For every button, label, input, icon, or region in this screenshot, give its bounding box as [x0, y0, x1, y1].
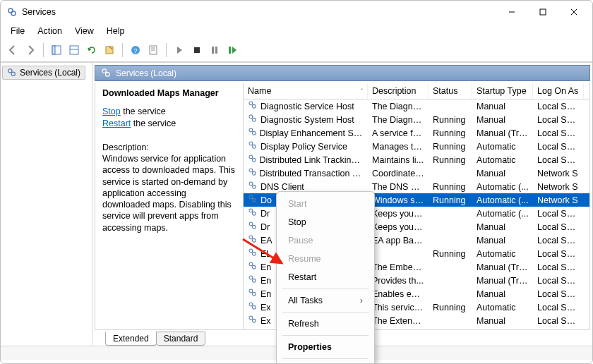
- ctx-stop[interactable]: Stop: [277, 213, 374, 231]
- minimize-button[interactable]: [496, 1, 527, 23]
- maximize-button[interactable]: [527, 1, 558, 23]
- restart-service-button[interactable]: [224, 42, 240, 58]
- cell-name: EL: [260, 249, 271, 259]
- svg-point-52: [249, 289, 253, 293]
- cell-logon: Local Syste: [533, 289, 584, 300]
- restart-link[interactable]: Restart: [102, 119, 131, 128]
- cell-name: Distributed Link Tracking Cli...: [259, 155, 364, 165]
- cell-name: Dr: [260, 222, 270, 232]
- table-row[interactable]: Diagnostic Service HostThe Diagno...Manu…: [244, 99, 589, 113]
- column-header-name[interactable]: Nameˆ: [244, 83, 368, 99]
- cell-status: [429, 226, 472, 228]
- svg-point-28: [249, 128, 253, 132]
- cell-startup: Manual (Trig...: [472, 128, 533, 139]
- cell-status: Running: [429, 141, 472, 152]
- column-header-logon[interactable]: Log On As: [533, 83, 584, 99]
- export-list-button[interactable]: [66, 42, 82, 58]
- stop-link[interactable]: Stop: [102, 107, 121, 116]
- window-title: Services: [22, 7, 56, 17]
- table-row[interactable]: Display Enhancement ServiceA service fo.…: [244, 126, 589, 140]
- export-button[interactable]: [102, 42, 117, 58]
- help-button[interactable]: ?: [128, 42, 143, 58]
- table-row[interactable]: Distributed Link Tracking Cli...Maintain…: [244, 153, 589, 166]
- start-service-button[interactable]: [172, 42, 187, 58]
- svg-point-47: [252, 252, 256, 255]
- cell-name: Dr: [260, 209, 270, 219]
- cell-logon: Local Servi: [533, 141, 584, 152]
- tab-extended[interactable]: Extended: [105, 332, 157, 346]
- show-hide-tree-button[interactable]: [49, 42, 64, 58]
- cell-status: Running: [429, 154, 472, 166]
- svg-point-25: [252, 104, 256, 108]
- cell-status: Running: [429, 248, 472, 260]
- svg-point-49: [252, 265, 256, 269]
- svg-point-23: [106, 73, 110, 77]
- properties-button[interactable]: [145, 42, 161, 58]
- svg-point-30: [249, 142, 253, 145]
- nav-pane: Services (Local): [1, 63, 92, 346]
- menu-help[interactable]: Help: [101, 25, 131, 37]
- ctx-refresh[interactable]: Refresh: [277, 315, 374, 333]
- ctx-restart[interactable]: Restart: [277, 268, 374, 286]
- back-button[interactable]: [5, 42, 20, 58]
- cell-logon: Local Syste: [533, 275, 584, 286]
- cell-logon: Network S: [533, 181, 584, 193]
- menu-action[interactable]: Action: [32, 25, 68, 37]
- cell-logon: Local Syste: [533, 262, 584, 273]
- nav-root[interactable]: Services (Local): [2, 66, 85, 80]
- gear-icon: [248, 234, 258, 246]
- svg-point-1: [11, 11, 16, 16]
- cell-startup: Manual: [472, 168, 533, 179]
- gear-icon: [248, 207, 258, 219]
- cell-status: Running: [429, 302, 472, 313]
- svg-rect-7: [52, 46, 55, 54]
- cell-status: [429, 106, 472, 107]
- cell-status: [429, 240, 472, 241]
- svg-point-55: [252, 305, 256, 309]
- stop-suffix: the service: [121, 107, 166, 116]
- cell-startup: Automatic: [472, 248, 533, 260]
- column-header-description[interactable]: Description: [368, 83, 429, 99]
- svg-point-50: [249, 276, 253, 279]
- cell-name: En: [260, 262, 271, 272]
- ctx-start: Start: [277, 195, 374, 213]
- gear-icon: [248, 114, 258, 126]
- restart-suffix: the service: [131, 119, 176, 128]
- refresh-button[interactable]: [84, 42, 100, 58]
- cell-logon: Local Syste: [533, 222, 584, 233]
- sort-indicator-icon: ˆ: [361, 87, 363, 95]
- svg-point-27: [252, 118, 256, 121]
- title-bar: Services: [1, 1, 592, 23]
- svg-point-36: [249, 182, 253, 186]
- cell-description: This service ...: [368, 302, 429, 313]
- menu-file[interactable]: File: [5, 25, 30, 37]
- ctx-properties[interactable]: Properties: [277, 338, 374, 356]
- ctx-all-tasks[interactable]: All Tasks: [277, 291, 374, 310]
- svg-rect-19: [229, 47, 231, 54]
- cell-description: Provides th...: [368, 275, 429, 286]
- table-row[interactable]: Display Policy ServiceManages th...Runni…: [244, 140, 589, 153]
- pause-service-button[interactable]: [207, 42, 222, 58]
- svg-point-56: [249, 316, 253, 320]
- cell-logon: Local Syste: [533, 315, 584, 327]
- description-label: Description:: [102, 142, 236, 153]
- table-row[interactable]: Diagnostic System HostThe Diagno...Runni…: [244, 113, 589, 126]
- ctx-help[interactable]: Help: [277, 361, 374, 364]
- column-header-startup[interactable]: Startup Type: [472, 83, 533, 99]
- cell-startup: Automatic: [472, 302, 533, 313]
- tab-standard[interactable]: Standard: [156, 332, 206, 346]
- cell-name: EA: [260, 236, 272, 245]
- forward-button[interactable]: [23, 42, 38, 58]
- ctx-separator: [282, 312, 369, 313]
- cell-startup: Automatic (...: [472, 195, 533, 206]
- close-button[interactable]: [558, 1, 589, 23]
- stop-service-button[interactable]: [189, 42, 205, 58]
- table-row[interactable]: Distributed Transaction Coo...Coordinate…: [244, 166, 589, 180]
- cell-startup: Manual: [472, 315, 533, 327]
- cell-name: Display Policy Service: [260, 142, 347, 152]
- cell-startup: Manual: [472, 222, 533, 233]
- cell-description: The Diagno...: [368, 114, 429, 126]
- menu-view[interactable]: View: [69, 25, 100, 37]
- svg-point-53: [252, 292, 256, 296]
- column-header-status[interactable]: Status: [429, 83, 472, 99]
